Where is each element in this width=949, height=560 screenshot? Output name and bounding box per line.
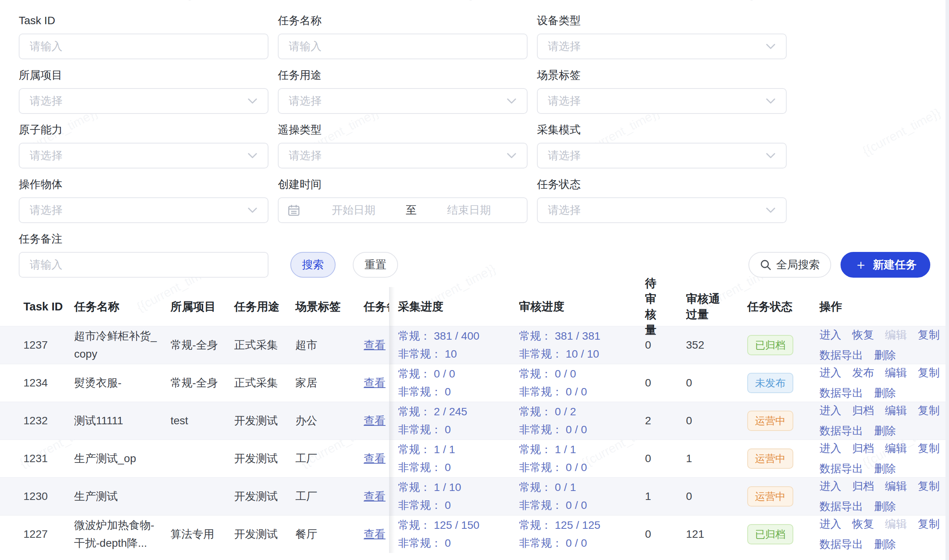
- create-time-range-picker[interactable]: 开始日期 至 结束日期: [278, 197, 528, 223]
- atomic-ability-select[interactable]: 请选择: [19, 143, 268, 168]
- cell-review-progress: 常规： 125 / 125 非常规： 0 / 0: [519, 516, 638, 553]
- global-search-button[interactable]: 全局搜索: [748, 252, 831, 278]
- scene-tag-select[interactable]: 请选择: [537, 88, 787, 114]
- col-header-collect-progress: 采集进度: [389, 287, 519, 326]
- cell-pending-count: 0: [638, 364, 683, 402]
- action-link[interactable]: 删除: [874, 460, 896, 478]
- cell-project: [171, 478, 234, 515]
- task-remark-input[interactable]: [19, 252, 268, 278]
- action-link[interactable]: 复制: [918, 439, 940, 457]
- action-link[interactable]: 进入: [819, 402, 841, 420]
- select-placeholder: 请选择: [30, 94, 247, 108]
- action-link[interactable]: 编辑: [885, 402, 907, 420]
- remark-view-link[interactable]: 查看: [364, 338, 386, 353]
- remark-view-link[interactable]: 查看: [364, 376, 386, 390]
- new-task-label: 新建任务: [873, 257, 917, 272]
- field-label: 遥操类型: [278, 123, 528, 136]
- action-link[interactable]: 进入: [819, 439, 841, 457]
- cell-approved-count: 0: [683, 364, 747, 402]
- cell-purpose: 开发测试: [234, 440, 295, 477]
- purpose-select[interactable]: 请选择: [278, 88, 528, 114]
- action-link[interactable]: 复制: [918, 402, 940, 420]
- vertical-scrollbar[interactable]: [945, 0, 949, 560]
- action-link[interactable]: 进入: [819, 515, 841, 533]
- action-link[interactable]: 复制: [918, 477, 940, 495]
- action-link[interactable]: 归档: [852, 402, 874, 420]
- select-placeholder: 请选择: [548, 148, 766, 163]
- action-link[interactable]: 删除: [874, 346, 896, 364]
- action-link[interactable]: 删除: [874, 384, 896, 402]
- field-label: 任务名称: [278, 14, 528, 27]
- action-link[interactable]: 归档: [852, 477, 874, 495]
- collect-mode-select[interactable]: 请选择: [537, 143, 787, 168]
- action-link[interactable]: 编辑: [885, 364, 907, 382]
- project-select[interactable]: 请选择: [19, 88, 268, 114]
- action-link[interactable]: 数据导出: [819, 460, 863, 478]
- remark-view-link[interactable]: 查看: [364, 527, 386, 542]
- reset-button[interactable]: 重置: [353, 252, 398, 278]
- new-task-button[interactable]: ＋ 新建任务: [841, 252, 930, 278]
- action-link[interactable]: 复制: [918, 364, 940, 382]
- cell-scene: 办公: [295, 402, 359, 439]
- action-link[interactable]: 数据导出: [819, 498, 863, 516]
- action-link[interactable]: 删除: [874, 535, 896, 553]
- action-link[interactable]: 编辑: [885, 439, 907, 457]
- action-link[interactable]: 恢复: [852, 515, 874, 533]
- action-link[interactable]: 数据导出: [819, 384, 863, 402]
- action-link[interactable]: 进入: [819, 326, 841, 344]
- filter-task-id: Task ID: [19, 14, 268, 59]
- cell-approved-count: 352: [683, 326, 747, 364]
- filter-form: Task ID 任务名称 设备类型 请选择 所属项目 请选择: [0, 0, 949, 278]
- action-link[interactable]: 进入: [819, 477, 841, 495]
- search-button[interactable]: 搜索: [290, 252, 336, 278]
- cell-purpose: 开发测试: [234, 478, 295, 515]
- col-header-purpose: 任务用途: [234, 287, 295, 326]
- action-link[interactable]: 进入: [819, 364, 841, 382]
- action-link[interactable]: 删除: [874, 498, 896, 516]
- cell-approved-count: 121: [683, 516, 747, 553]
- cell-approved-count: 0: [683, 402, 747, 439]
- remark-view-link[interactable]: 查看: [364, 489, 386, 504]
- col-header-pending-count: 待审核量: [638, 287, 683, 326]
- device-type-select[interactable]: 请选择: [537, 34, 787, 59]
- search-icon: [760, 259, 771, 271]
- end-date-placeholder[interactable]: 结束日期: [420, 203, 518, 218]
- action-link[interactable]: 归档: [852, 439, 874, 457]
- cell-task-id: 1227: [0, 516, 74, 553]
- cell-task-id: 1234: [0, 364, 74, 402]
- col-header-status: 任务状态: [747, 287, 819, 326]
- action-link[interactable]: 数据导出: [819, 346, 863, 364]
- cell-pending-count: 0: [638, 440, 683, 477]
- chevron-down-icon: [766, 43, 776, 50]
- task-id-input[interactable]: [19, 34, 268, 59]
- row-actions: 进入归档编辑复制数据导出删除: [819, 477, 943, 516]
- task-name-input[interactable]: [278, 34, 528, 59]
- field-label: 场景标签: [537, 69, 787, 82]
- chevron-down-icon: [766, 98, 776, 104]
- filter-collect-mode: 采集模式 请选择: [537, 123, 787, 168]
- action-link[interactable]: 编辑: [885, 477, 907, 495]
- select-placeholder: 请选择: [289, 148, 506, 163]
- table-body: 1237 超市冷鲜柜补货_copy 常规-全身 正式采集 超市 查看 常规： 3…: [0, 326, 949, 553]
- task-status-select[interactable]: 请选择: [537, 197, 787, 223]
- remark-view-link[interactable]: 查看: [364, 413, 386, 428]
- cell-project: 算法专用: [171, 516, 234, 553]
- operate-object-select[interactable]: 请选择: [19, 197, 268, 223]
- teleop-type-select[interactable]: 请选择: [278, 143, 528, 168]
- action-link[interactable]: 数据导出: [819, 535, 863, 553]
- table-header-row: Task ID 任务名称 所属项目 任务用途 场景标签 任务备注 采集进度 审核…: [0, 287, 949, 326]
- action-link[interactable]: 恢复: [852, 326, 874, 344]
- field-label: Task ID: [19, 14, 268, 27]
- remark-view-link[interactable]: 查看: [364, 451, 386, 466]
- cell-task-name: 超市冷鲜柜补货_copy: [74, 326, 171, 364]
- action-link[interactable]: 复制: [918, 515, 940, 533]
- filter-atomic-ability: 原子能力 请选择: [19, 123, 268, 168]
- select-placeholder: 请选择: [548, 203, 766, 218]
- cell-approved-count: 1: [683, 440, 747, 477]
- action-link[interactable]: 复制: [918, 326, 940, 344]
- start-date-placeholder[interactable]: 开始日期: [304, 203, 403, 218]
- action-link[interactable]: 发布: [852, 364, 874, 382]
- action-link[interactable]: 删除: [874, 422, 896, 440]
- action-link[interactable]: 数据导出: [819, 422, 863, 440]
- filter-device-type: 设备类型 请选择: [537, 14, 787, 59]
